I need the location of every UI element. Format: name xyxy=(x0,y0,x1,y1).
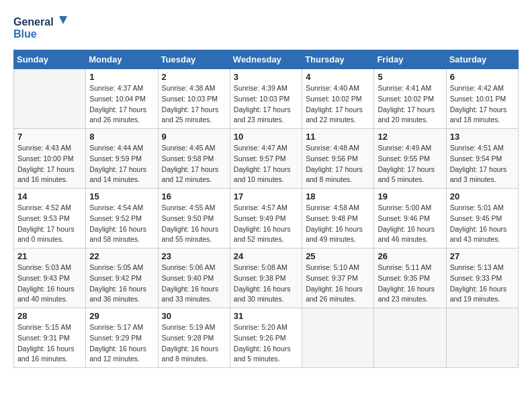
day-number: 27 xyxy=(450,251,515,261)
calendar-week-4: 21Sunrise: 5:03 AMSunset: 9:43 PMDayligh… xyxy=(14,248,519,308)
calendar-cell: 5Sunrise: 4:41 AMSunset: 10:02 PMDayligh… xyxy=(374,69,446,129)
calendar-cell: 11Sunrise: 4:48 AMSunset: 9:56 PMDayligh… xyxy=(302,129,374,189)
calendar-cell: 21Sunrise: 5:03 AMSunset: 9:43 PMDayligh… xyxy=(14,248,86,308)
calendar-cell: 19Sunrise: 5:00 AMSunset: 9:46 PMDayligh… xyxy=(374,189,446,248)
day-info: Sunrise: 5:15 AMSunset: 9:31 PMDaylight:… xyxy=(17,322,82,365)
calendar-cell: 15Sunrise: 4:54 AMSunset: 9:52 PMDayligh… xyxy=(86,189,158,248)
calendar-cell: 10Sunrise: 4:47 AMSunset: 9:57 PMDayligh… xyxy=(230,129,302,189)
calendar-cell: 9Sunrise: 4:45 AMSunset: 9:58 PMDaylight… xyxy=(158,129,230,189)
day-info: Sunrise: 5:10 AMSunset: 9:37 PMDaylight:… xyxy=(306,263,370,305)
calendar-cell: 16Sunrise: 4:55 AMSunset: 9:50 PMDayligh… xyxy=(158,189,230,248)
day-info: Sunrise: 4:41 AMSunset: 10:02 PMDaylight… xyxy=(378,83,442,126)
day-number: 26 xyxy=(378,251,442,261)
calendar-table: SundayMondayTuesdayWednesdayThursdayFrid… xyxy=(13,50,519,368)
day-info: Sunrise: 5:03 AMSunset: 9:43 PMDaylight:… xyxy=(17,263,82,305)
day-info: Sunrise: 5:13 AMSunset: 9:33 PMDaylight:… xyxy=(450,263,515,305)
calendar-week-2: 7Sunrise: 4:43 AMSunset: 10:00 PMDayligh… xyxy=(14,129,519,189)
day-number: 18 xyxy=(306,191,370,201)
day-number: 1 xyxy=(89,72,154,82)
day-info: Sunrise: 5:19 AMSunset: 9:28 PMDaylight:… xyxy=(162,322,226,365)
day-info: Sunrise: 4:40 AMSunset: 10:02 PMDaylight… xyxy=(306,83,370,126)
day-info: Sunrise: 4:47 AMSunset: 9:57 PMDaylight:… xyxy=(234,143,298,185)
day-info: Sunrise: 4:42 AMSunset: 10:01 PMDaylight… xyxy=(450,83,515,126)
day-number: 19 xyxy=(378,191,442,201)
day-info: Sunrise: 4:38 AMSunset: 10:03 PMDaylight… xyxy=(162,83,226,126)
day-number: 9 xyxy=(162,132,226,142)
column-header-wednesday: Wednesday xyxy=(230,50,302,69)
calendar-cell: 8Sunrise: 4:44 AMSunset: 9:59 PMDaylight… xyxy=(86,129,158,189)
day-number: 5 xyxy=(378,72,442,82)
calendar-cell: 1Sunrise: 4:37 AMSunset: 10:04 PMDayligh… xyxy=(86,69,158,129)
calendar-cell: 23Sunrise: 5:06 AMSunset: 9:40 PMDayligh… xyxy=(158,248,230,308)
calendar-header-row: SundayMondayTuesdayWednesdayThursdayFrid… xyxy=(14,50,519,69)
calendar-week-3: 14Sunrise: 4:52 AMSunset: 9:53 PMDayligh… xyxy=(14,189,519,248)
calendar-cell: 13Sunrise: 4:51 AMSunset: 9:54 PMDayligh… xyxy=(446,129,518,189)
day-number: 3 xyxy=(234,72,298,82)
day-info: Sunrise: 4:52 AMSunset: 9:53 PMDaylight:… xyxy=(17,203,82,245)
day-info: Sunrise: 5:11 AMSunset: 9:35 PMDaylight:… xyxy=(378,263,442,305)
logo: GeneralBlue xyxy=(13,13,74,43)
calendar-cell xyxy=(374,308,446,368)
day-info: Sunrise: 4:55 AMSunset: 9:50 PMDaylight:… xyxy=(162,203,226,245)
calendar-cell: 29Sunrise: 5:17 AMSunset: 9:29 PMDayligh… xyxy=(86,308,158,368)
column-header-thursday: Thursday xyxy=(302,50,374,69)
calendar-cell: 17Sunrise: 4:57 AMSunset: 9:49 PMDayligh… xyxy=(230,189,302,248)
calendar-cell: 3Sunrise: 4:39 AMSunset: 10:03 PMDayligh… xyxy=(230,69,302,129)
column-header-sunday: Sunday xyxy=(14,50,86,69)
day-number: 7 xyxy=(17,132,82,142)
day-number: 31 xyxy=(234,311,298,321)
calendar-cell: 27Sunrise: 5:13 AMSunset: 9:33 PMDayligh… xyxy=(446,248,518,308)
day-number: 22 xyxy=(89,251,154,261)
day-info: Sunrise: 5:17 AMSunset: 9:29 PMDaylight:… xyxy=(89,322,154,365)
calendar-cell xyxy=(446,308,518,368)
column-header-friday: Friday xyxy=(374,50,446,69)
day-number: 2 xyxy=(162,72,226,82)
day-info: Sunrise: 5:08 AMSunset: 9:38 PMDaylight:… xyxy=(234,263,298,305)
calendar-cell: 7Sunrise: 4:43 AMSunset: 10:00 PMDayligh… xyxy=(14,129,86,189)
day-number: 13 xyxy=(450,132,515,142)
day-number: 30 xyxy=(162,311,226,321)
calendar-cell: 14Sunrise: 4:52 AMSunset: 9:53 PMDayligh… xyxy=(14,189,86,248)
day-number: 29 xyxy=(89,311,154,321)
calendar-cell xyxy=(302,308,374,368)
day-number: 12 xyxy=(378,132,442,142)
day-info: Sunrise: 4:58 AMSunset: 9:48 PMDaylight:… xyxy=(306,203,370,245)
day-number: 16 xyxy=(162,191,226,201)
svg-marker-2 xyxy=(59,16,67,24)
day-info: Sunrise: 4:49 AMSunset: 9:55 PMDaylight:… xyxy=(378,143,442,185)
day-number: 24 xyxy=(234,251,298,261)
calendar-cell: 22Sunrise: 5:05 AMSunset: 9:42 PMDayligh… xyxy=(86,248,158,308)
svg-text:General: General xyxy=(13,16,54,28)
day-info: Sunrise: 5:20 AMSunset: 9:26 PMDaylight:… xyxy=(234,322,298,365)
calendar-cell: 26Sunrise: 5:11 AMSunset: 9:35 PMDayligh… xyxy=(374,248,446,308)
day-info: Sunrise: 5:06 AMSunset: 9:40 PMDaylight:… xyxy=(162,263,226,305)
calendar-week-1: 1Sunrise: 4:37 AMSunset: 10:04 PMDayligh… xyxy=(14,69,519,129)
day-info: Sunrise: 4:54 AMSunset: 9:52 PMDaylight:… xyxy=(89,203,154,245)
calendar-cell: 6Sunrise: 4:42 AMSunset: 10:01 PMDayligh… xyxy=(446,69,518,129)
day-number: 21 xyxy=(17,251,82,261)
day-info: Sunrise: 5:00 AMSunset: 9:46 PMDaylight:… xyxy=(378,203,442,245)
day-info: Sunrise: 4:51 AMSunset: 9:54 PMDaylight:… xyxy=(450,143,515,185)
column-header-monday: Monday xyxy=(86,50,158,69)
day-number: 17 xyxy=(234,191,298,201)
day-info: Sunrise: 4:39 AMSunset: 10:03 PMDaylight… xyxy=(234,83,298,126)
day-info: Sunrise: 4:45 AMSunset: 9:58 PMDaylight:… xyxy=(162,143,226,185)
calendar-cell: 20Sunrise: 5:01 AMSunset: 9:45 PMDayligh… xyxy=(446,189,518,248)
calendar-cell: 30Sunrise: 5:19 AMSunset: 9:28 PMDayligh… xyxy=(158,308,230,368)
calendar-cell: 24Sunrise: 5:08 AMSunset: 9:38 PMDayligh… xyxy=(230,248,302,308)
calendar-cell: 31Sunrise: 5:20 AMSunset: 9:26 PMDayligh… xyxy=(230,308,302,368)
calendar-cell xyxy=(14,69,86,129)
calendar-cell: 28Sunrise: 5:15 AMSunset: 9:31 PMDayligh… xyxy=(14,308,86,368)
calendar-cell: 4Sunrise: 4:40 AMSunset: 10:02 PMDayligh… xyxy=(302,69,374,129)
calendar-week-5: 28Sunrise: 5:15 AMSunset: 9:31 PMDayligh… xyxy=(14,308,519,368)
day-number: 6 xyxy=(450,72,515,82)
day-number: 11 xyxy=(306,132,370,142)
svg-text:Blue: Blue xyxy=(13,28,37,40)
logo-svg: GeneralBlue xyxy=(13,13,74,43)
calendar-cell: 2Sunrise: 4:38 AMSunset: 10:03 PMDayligh… xyxy=(158,69,230,129)
day-info: Sunrise: 4:44 AMSunset: 9:59 PMDaylight:… xyxy=(89,143,154,185)
day-number: 23 xyxy=(162,251,226,261)
calendar-cell: 25Sunrise: 5:10 AMSunset: 9:37 PMDayligh… xyxy=(302,248,374,308)
calendar-cell: 18Sunrise: 4:58 AMSunset: 9:48 PMDayligh… xyxy=(302,189,374,248)
day-info: Sunrise: 4:48 AMSunset: 9:56 PMDaylight:… xyxy=(306,143,370,185)
